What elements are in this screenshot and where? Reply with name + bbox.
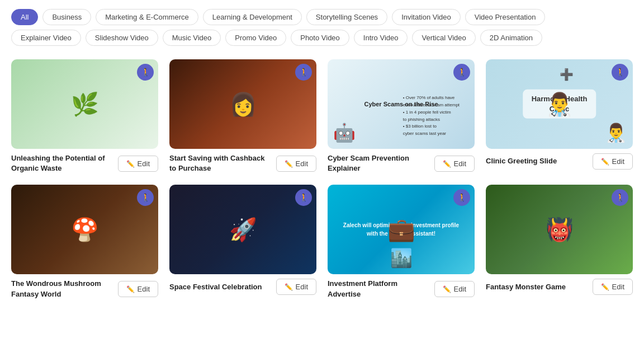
card-grid: 🚶Unleashing the Potential of Organic Was… [0, 50, 644, 308]
filter-bar-row2: Explainer VideoSlideshow VideoMusic Vide… [0, 30, 644, 50]
edit-button-1[interactable]: Edit [118, 156, 158, 172]
card-title-4: Clinic Greeting Slide [486, 156, 588, 166]
card-thumbnail-6[interactable]: 🚶 [169, 185, 316, 274]
edit-label: Edit [296, 283, 308, 291]
edit-button-4[interactable]: Edit [593, 153, 633, 170]
card-thumbnail-1[interactable]: 🚶 [11, 59, 158, 149]
edit-label: Edit [454, 159, 466, 168]
avatar-badge-2: 🚶 [295, 64, 312, 81]
filter-chip-explainer-video[interactable]: Explainer Video [11, 30, 81, 46]
card-title-2: Start Saving with Cashback to Purchase [169, 153, 272, 173]
edit-button-7[interactable]: Edit [434, 281, 475, 297]
edit-label: Edit [612, 283, 624, 291]
card-thumbnail-8[interactable]: 🚶 [486, 185, 633, 274]
card-4: Harmony Health Clinic👨‍⚕️➕🚶Clinic Greeti… [486, 59, 633, 173]
filter-chip-intro-video[interactable]: Intro Video [354, 30, 408, 46]
card-5: 🚶The Wondrous Mushroom Fantasy WorldEdit [11, 185, 158, 299]
edit-label: Edit [296, 159, 308, 168]
card-title-1: Unleashing the Potential of Organic Wast… [11, 153, 113, 173]
card-thumbnail-2[interactable]: 🚶 [169, 59, 316, 149]
card-thumbnail-4[interactable]: Harmony Health Clinic👨‍⚕️➕🚶 [486, 59, 633, 149]
filter-bar-row1: AllBusinessMarketing & E-CommerceLearnin… [0, 0, 644, 30]
pencil-icon [443, 285, 451, 293]
avatar-badge-7: 🚶 [453, 189, 470, 206]
card-title-8: Fantasy Monster Game [486, 282, 588, 292]
filter-chip-photo-video[interactable]: Photo Video [291, 30, 349, 46]
edit-button-3[interactable]: Edit [434, 156, 475, 172]
edit-button-6[interactable]: Edit [276, 279, 316, 295]
filter-chip-storytelling-scenes[interactable]: Storytelling Scenes [306, 9, 387, 25]
avatar-badge-5: 🚶 [137, 189, 154, 206]
card-title-5: The Wondrous Mushroom Fantasy World [11, 279, 113, 299]
edit-label: Edit [138, 285, 150, 293]
card-1: 🚶Unleashing the Potential of Organic Was… [11, 59, 158, 173]
pencil-icon [285, 159, 293, 168]
filter-chip-vertical-video[interactable]: Vertical Video [412, 30, 475, 46]
filter-chip-music-video[interactable]: Music Video [163, 30, 221, 46]
edit-button-2[interactable]: Edit [276, 156, 316, 172]
filter-chip-business[interactable]: Business [42, 9, 91, 25]
avatar-badge-3: 🚶 [453, 64, 470, 81]
edit-button-5[interactable]: Edit [118, 281, 158, 297]
pencil-icon [126, 159, 135, 168]
avatar-badge-8: 🚶 [612, 189, 628, 206]
card-title-6: Space Festival Celebration [169, 282, 272, 292]
edit-button-8[interactable]: Edit [593, 279, 633, 295]
card-thumbnail-3[interactable]: Cyber Scams on the Rise• Over 70% of adu… [328, 59, 475, 149]
edit-label: Edit [138, 159, 150, 168]
pencil-icon [126, 285, 135, 293]
pencil-icon [601, 157, 609, 166]
avatar-badge-6: 🚶 [295, 189, 312, 206]
avatar-badge-4: 🚶 [612, 64, 628, 81]
card-7: Zalech will optimize your investment pro… [328, 185, 475, 299]
filter-chip-video-presentation[interactable]: Video Presentation [465, 9, 546, 25]
filter-chip-learning---development[interactable]: Learning & Development [203, 9, 302, 25]
card-title-3: Cyber Scam Prevention Explainer [328, 153, 430, 173]
pencil-icon [285, 283, 293, 291]
pencil-icon [443, 159, 451, 168]
card-title-7: Investment Platform Advertise [328, 279, 430, 299]
filter-chip-promo-video[interactable]: Promo Video [225, 30, 286, 46]
filter-chip-slideshow-video[interactable]: Slideshow Video [86, 30, 158, 46]
card-2: 🚶Start Saving with Cashback to PurchaseE… [169, 59, 316, 173]
card-thumbnail-7[interactable]: Zalech will optimize your investment pro… [328, 185, 475, 274]
pencil-icon [601, 283, 609, 291]
card-8: 🚶Fantasy Monster GameEdit [486, 185, 633, 299]
filter-chip-all[interactable]: All [11, 9, 38, 25]
avatar-badge-1: 🚶 [137, 64, 154, 81]
filter-chip-marketing---e-commerce[interactable]: Marketing & E-Commerce [96, 9, 198, 25]
card-3: Cyber Scams on the Rise• Over 70% of adu… [328, 59, 475, 173]
card-thumbnail-5[interactable]: 🚶 [11, 185, 158, 274]
edit-label: Edit [612, 157, 624, 166]
filter-chip-invitation-video[interactable]: Invitation Video [392, 9, 461, 25]
edit-label: Edit [454, 285, 466, 293]
filter-chip-2d-animation[interactable]: 2D Animation [480, 30, 542, 46]
card-6: 🚶Space Festival CelebrationEdit [169, 185, 316, 299]
